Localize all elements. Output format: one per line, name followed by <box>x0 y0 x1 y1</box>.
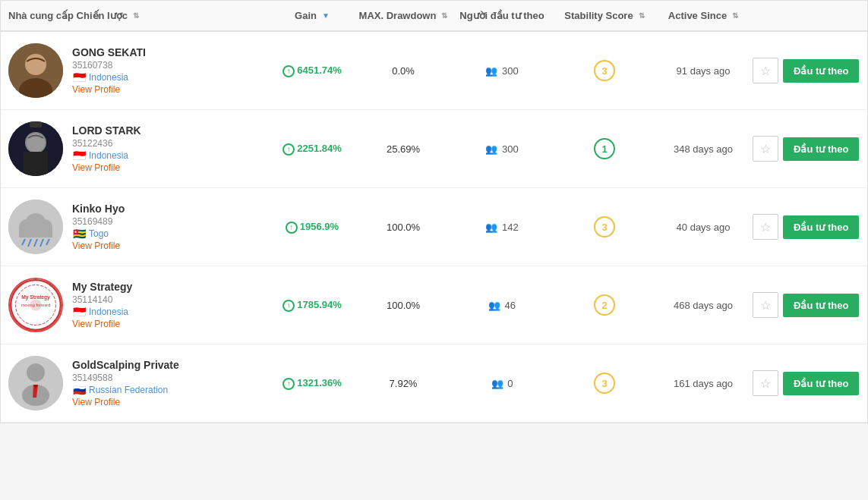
header-gain[interactable]: Gain ▼ <box>267 10 358 21</box>
gain-value: ↑2251.84% <box>282 143 342 154</box>
sort-provider-icon[interactable]: ⇅ <box>133 11 139 20</box>
stability-cell: 3 <box>555 216 654 237</box>
invest-button[interactable]: Đầu tư theo <box>783 215 859 239</box>
drawdown-cell: 100.0% <box>358 300 449 311</box>
provider-info-kinko-hyo: Kinko Hyo 35169489 🇹🇬 Togo View Profile <box>72 203 125 251</box>
actions-cell: ☆ Đầu tư theo <box>753 58 866 83</box>
invest-button[interactable]: Đầu tư theo <box>783 59 859 83</box>
gain-value: ↑1785.94% <box>282 299 342 310</box>
main-table: Nhà cung cấp Chiến lược ⇅ Gain ▼ MAX. Dr… <box>0 0 868 423</box>
actions-cell: ☆ Đầu tư theo <box>753 370 866 396</box>
avatar-my-strategy: My Strategy moving forward <box>8 278 63 332</box>
view-profile-link[interactable]: View Profile <box>72 84 146 95</box>
header-stability[interactable]: Stability Score ⇅ <box>555 10 654 21</box>
header-investors-label: Người đầu tư theo <box>459 10 544 21</box>
header-active[interactable]: Active Since ⇅ <box>654 10 753 21</box>
active-since-value: 348 days ago <box>674 143 733 155</box>
gain-cell: ↑1321.36% <box>267 377 358 390</box>
stability-badge: 2 <box>594 294 615 316</box>
header-stability-label: Stability Score <box>564 10 633 21</box>
invest-button[interactable]: Đầu tư theo <box>783 137 859 161</box>
header-drawdown[interactable]: MAX. Drawdown ⇅ <box>358 10 449 21</box>
view-profile-link[interactable]: View Profile <box>72 162 141 173</box>
country-name: Indonesia <box>89 72 128 83</box>
investors-value: 46 <box>505 300 516 311</box>
header-provider[interactable]: Nhà cung cấp Chiến lược ⇅ <box>8 10 267 21</box>
header-gain-label: Gain <box>295 10 317 21</box>
investors-cell: 👥 46 <box>449 300 555 311</box>
invest-button[interactable]: Đầu tư theo <box>783 294 859 317</box>
star-button[interactable]: ☆ <box>753 370 778 396</box>
country-flag: 🇮🇩 <box>72 151 86 160</box>
active-since-value: 161 days ago <box>674 378 733 389</box>
provider-country: 🇷🇺 Russian Federation <box>72 385 179 395</box>
star-button[interactable]: ☆ <box>753 292 778 318</box>
invest-button[interactable]: Đầu tư theo <box>783 372 859 395</box>
actions-cell: ☆ Đầu tư theo <box>753 136 866 162</box>
table-header: Nhà cung cấp Chiến lược ⇅ Gain ▼ MAX. Dr… <box>1 1 867 32</box>
active-since-value: 40 days ago <box>677 222 731 233</box>
header-investors[interactable]: Người đầu tư theo <box>449 10 555 21</box>
svg-rect-8 <box>30 121 42 127</box>
gain-cell: ↑6451.74% <box>267 64 358 77</box>
star-button[interactable]: ☆ <box>753 58 778 83</box>
gain-arrow-icon: ↑ <box>282 65 295 77</box>
view-profile-link[interactable]: View Profile <box>72 319 132 329</box>
provider-id: 35149588 <box>72 373 179 383</box>
header-drawdown-label: MAX. Drawdown <box>359 10 437 21</box>
drawdown-value: 100.0% <box>387 300 420 311</box>
provider-info-gold-scalping: GoldScalping Private 35149588 🇷🇺 Russian… <box>72 359 179 407</box>
avatar-kinko-hyo <box>8 200 63 254</box>
country-name: Indonesia <box>89 307 128 317</box>
provider-id: 35160738 <box>72 60 146 71</box>
drawdown-value: 0.0% <box>392 65 415 77</box>
drawdown-cell: 7.92% <box>358 378 449 389</box>
gain-arrow-icon: ↑ <box>282 378 295 390</box>
country-name: Indonesia <box>89 150 128 161</box>
gain-cell: ↑1785.94% <box>267 299 358 312</box>
investors-cell: 👥 142 <box>449 222 555 233</box>
gain-arrow-icon: ↑ <box>286 222 298 234</box>
provider-name: GONG SEKATI <box>72 46 146 58</box>
investors-icon: 👥 <box>488 300 500 311</box>
stability-cell: 1 <box>555 138 654 159</box>
provider-name: GoldScalping Private <box>72 359 179 371</box>
sort-gain-icon[interactable]: ▼ <box>322 11 330 20</box>
star-button[interactable]: ☆ <box>753 214 778 240</box>
provider-info-my-strategy: My Strategy 35114140 🇮🇩 Indonesia View P… <box>72 281 132 329</box>
sort-stability-icon[interactable]: ⇅ <box>639 11 645 20</box>
provider-country: 🇮🇩 Indonesia <box>72 307 132 317</box>
sort-drawdown-icon[interactable]: ⇅ <box>441 11 447 20</box>
stability-badge: 3 <box>594 60 615 81</box>
table-body: GONG SEKATI 35160738 🇮🇩 Indonesia View P… <box>1 32 867 423</box>
investors-value: 142 <box>502 222 519 233</box>
table-row: Kinko Hyo 35169489 🇹🇬 Togo View Profile … <box>1 188 867 266</box>
view-profile-link[interactable]: View Profile <box>72 241 125 251</box>
gain-cell: ↑1956.9% <box>267 221 358 234</box>
investors-icon: 👥 <box>485 65 497 77</box>
provider-country: 🇮🇩 Indonesia <box>72 72 146 83</box>
svg-point-7 <box>27 134 45 152</box>
investors-icon: 👥 <box>491 378 503 389</box>
view-profile-link[interactable]: View Profile <box>72 397 179 407</box>
gain-value: ↑6451.74% <box>282 64 342 76</box>
svg-point-23 <box>30 299 41 310</box>
avatar-gong-sekati <box>8 43 63 98</box>
stability-cell: 3 <box>555 60 654 81</box>
drawdown-cell: 100.0% <box>358 222 449 233</box>
active-since-value: 468 days ago <box>674 300 733 311</box>
gain-arrow-icon: ↑ <box>282 143 295 156</box>
table-row: GONG SEKATI 35160738 🇮🇩 Indonesia View P… <box>1 32 867 110</box>
investors-value: 300 <box>502 143 519 155</box>
investors-cell: 👥 300 <box>449 143 555 155</box>
provider-name: LORD STARK <box>72 124 141 137</box>
investors-value: 0 <box>507 378 513 389</box>
stability-badge: 3 <box>594 373 615 394</box>
header-active-label: Active Since <box>668 10 727 21</box>
drawdown-value: 25.69% <box>387 143 420 155</box>
sort-active-icon[interactable]: ⇅ <box>732 11 738 20</box>
actions-cell: ☆ Đầu tư theo <box>753 292 866 318</box>
provider-cell-kinko-hyo: Kinko Hyo 35169489 🇹🇬 Togo View Profile <box>8 200 267 254</box>
actions-cell: ☆ Đầu tư theo <box>753 214 866 240</box>
star-button[interactable]: ☆ <box>753 136 778 162</box>
